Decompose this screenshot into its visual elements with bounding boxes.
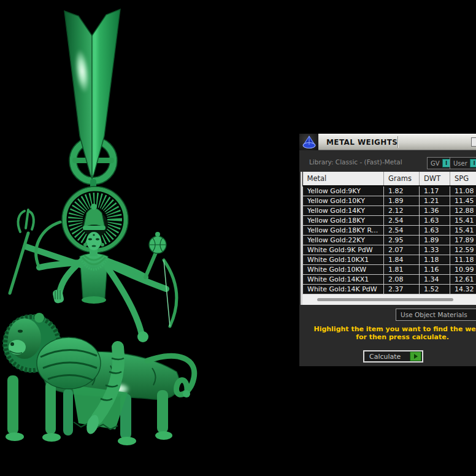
trident-icon bbox=[10, 210, 34, 293]
table-cell[interactable]: 14.32 bbox=[450, 285, 476, 294]
table-header-row: Metal Grams DWT SPG bbox=[303, 172, 476, 186]
table-cell[interactable]: 1.17 bbox=[420, 186, 450, 196]
panel-title: METAL WEIGHTS bbox=[318, 138, 397, 147]
column-header-metal[interactable]: Metal bbox=[303, 172, 384, 186]
table-cell[interactable]: 1.63 bbox=[420, 226, 450, 236]
instruction-line-2: for then press calculate. bbox=[304, 333, 476, 341]
table-cell[interactable]: 1.84 bbox=[384, 255, 420, 265]
gv-button[interactable]: GV I bbox=[427, 157, 453, 169]
scale-icon bbox=[299, 134, 318, 150]
table-row[interactable]: White Gold:14K PdW2.371.5214.32 bbox=[303, 285, 476, 294]
scrollbar-thumb[interactable] bbox=[317, 298, 453, 301]
table-cell[interactable]: White Gold:14KX1 bbox=[303, 275, 384, 285]
table-cell[interactable]: Yellow Gold:18KY R... bbox=[303, 226, 384, 236]
table-cell[interactable]: 1.52 bbox=[420, 285, 450, 294]
pendant-model bbox=[0, 0, 301, 476]
table-cell[interactable]: White Gold:14K PdW bbox=[303, 285, 384, 294]
table-cell[interactable]: White Gold:9K PdW bbox=[303, 245, 384, 255]
table-cell[interactable]: 1.34 bbox=[420, 275, 450, 285]
table-cell[interactable]: 1.81 bbox=[384, 265, 420, 275]
table-cell[interactable]: White Gold:10KX1 bbox=[303, 255, 384, 265]
table-cell[interactable]: 11.18 bbox=[450, 255, 476, 265]
table-cell[interactable]: Yellow Gold:18KY bbox=[303, 216, 384, 226]
table-row[interactable]: White Gold:14KX12.081.3412.61 bbox=[303, 275, 476, 285]
table-cell[interactable]: 1.89 bbox=[420, 236, 450, 245]
table-row[interactable]: Yellow Gold:18KY R...2.541.6315.41 bbox=[303, 226, 476, 236]
mace-icon bbox=[145, 232, 166, 277]
table-cell[interactable]: 11.08 bbox=[450, 186, 476, 196]
table-row[interactable]: Yellow Gold:18KY2.541.6315.41 bbox=[303, 216, 476, 226]
table-cell[interactable]: 1.16 bbox=[420, 265, 450, 275]
table-cell[interactable]: 1.89 bbox=[384, 196, 420, 206]
3d-viewport[interactable] bbox=[0, 0, 301, 476]
table-row[interactable]: White Gold:10KX11.841.1811.18 bbox=[303, 255, 476, 265]
table-row[interactable]: Yellow Gold:10KY1.891.2111.45 bbox=[303, 196, 476, 206]
table-cell[interactable]: 1.21 bbox=[420, 196, 450, 206]
titlebar-strip[interactable]: METAL WEIGHTS bbox=[318, 134, 476, 150]
table-cell[interactable]: 1.82 bbox=[384, 186, 420, 196]
table-cell[interactable]: 1.18 bbox=[420, 255, 450, 265]
table-row[interactable]: White Gold:9K PdW2.071.3312.59 bbox=[303, 245, 476, 255]
column-header-spg[interactable]: SPG bbox=[450, 172, 476, 186]
table-cell[interactable]: 17.89 bbox=[450, 236, 476, 245]
column-header-grams[interactable]: Grams bbox=[384, 172, 420, 186]
table-cell[interactable]: 15.41 bbox=[450, 226, 476, 236]
table-cell[interactable]: 12.61 bbox=[450, 275, 476, 285]
table-cell[interactable]: 2.95 bbox=[384, 236, 420, 245]
user-button-label: User bbox=[453, 160, 467, 167]
metal-weights-panel: METAL WEIGHTS Library: Classic - (Fast)-… bbox=[299, 134, 476, 366]
table-cell[interactable]: 12.59 bbox=[450, 245, 476, 255]
table-row[interactable]: Yellow Gold:22KY2.951.8917.89 bbox=[303, 236, 476, 245]
instruction-line-1: Highlight the item you want to find the … bbox=[304, 325, 476, 333]
table-row[interactable]: Yellow Gold:9KY1.821.1711.08 bbox=[303, 186, 476, 196]
horizontal-scrollbar[interactable] bbox=[302, 294, 476, 305]
user-button[interactable]: User I bbox=[450, 157, 476, 169]
table-cell[interactable]: 11.45 bbox=[450, 196, 476, 206]
table-cell[interactable]: 2.54 bbox=[384, 216, 420, 226]
column-header-dwt[interactable]: DWT bbox=[420, 172, 450, 186]
app-window: METAL WEIGHTS Library: Classic - (Fast)-… bbox=[0, 0, 476, 476]
table-cell[interactable]: 2.12 bbox=[384, 206, 420, 216]
table-cell[interactable]: 15.41 bbox=[450, 216, 476, 226]
use-object-materials-button[interactable]: Use Object Materials bbox=[396, 309, 476, 321]
table-cell[interactable]: Yellow Gold:9KY bbox=[303, 186, 384, 196]
table-cell[interactable]: 2.07 bbox=[384, 245, 420, 255]
metals-table: Metal Grams DWT SPG Yellow Gold:9KY1.821… bbox=[301, 172, 476, 305]
bow-icon bbox=[164, 260, 177, 326]
table-row[interactable]: Yellow Gold:14KY2.121.3612.88 bbox=[303, 206, 476, 216]
instruction-text: Highlight the item you want to find the … bbox=[304, 325, 476, 341]
gv-button-label: GV bbox=[431, 160, 440, 167]
play-icon bbox=[410, 351, 421, 361]
table-cell[interactable]: 2.08 bbox=[384, 275, 420, 285]
library-row: Library: Classic - (Fast)-Metal GV I Use… bbox=[299, 155, 476, 171]
titlebar-divider bbox=[397, 136, 399, 148]
table-cell[interactable]: Yellow Gold:10KY bbox=[303, 196, 384, 206]
table-cell[interactable]: 1.33 bbox=[420, 245, 450, 255]
table-cell[interactable]: 12.88 bbox=[450, 206, 476, 216]
table-cell[interactable]: Yellow Gold:22KY bbox=[303, 236, 384, 245]
panel-corner-button[interactable] bbox=[471, 137, 476, 147]
table-cell[interactable]: Yellow Gold:14KY bbox=[303, 206, 384, 216]
table-row[interactable]: White Gold:10KW1.811.1610.99 bbox=[303, 265, 476, 275]
table-cell[interactable]: 2.54 bbox=[384, 226, 420, 236]
table-cell[interactable]: 10.99 bbox=[450, 265, 476, 275]
table-cell[interactable]: 2.37 bbox=[384, 285, 420, 294]
use-object-materials-label: Use Object Materials bbox=[396, 311, 476, 318]
library-label: Library: Classic - (Fast)-Metal bbox=[309, 158, 402, 166]
calculate-button-label: Calculate bbox=[364, 353, 410, 361]
calculate-button[interactable]: Calculate bbox=[363, 350, 423, 363]
table-cell[interactable]: 1.36 bbox=[420, 206, 450, 216]
panel-titlebar: METAL WEIGHTS bbox=[299, 134, 476, 150]
table-cell[interactable]: 1.63 bbox=[420, 216, 450, 226]
user-indicator: I bbox=[470, 159, 476, 167]
metals-table-body: Yellow Gold:9KY1.821.1711.08Yellow Gold:… bbox=[303, 186, 476, 294]
table-cell[interactable]: White Gold:10KW bbox=[303, 265, 384, 275]
